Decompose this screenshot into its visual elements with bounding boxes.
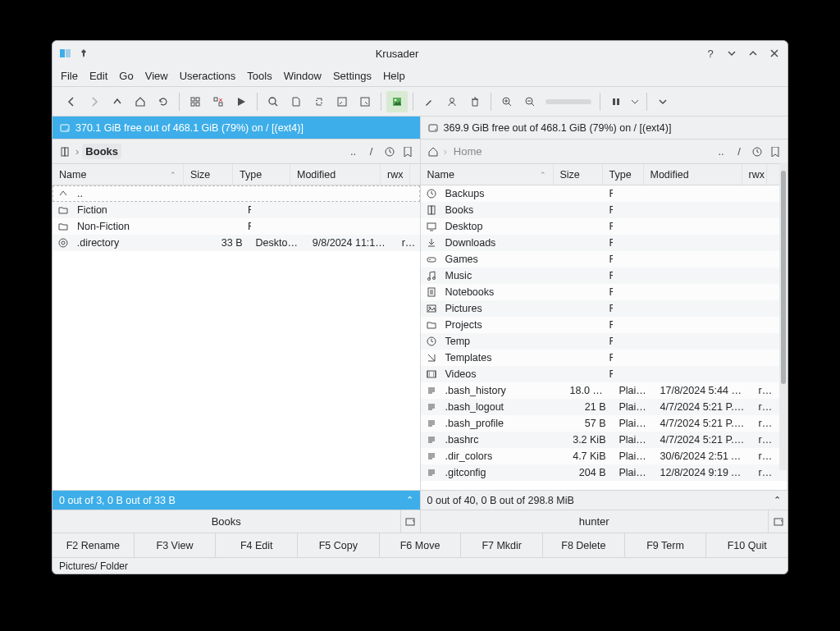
trash-icon[interactable] — [464, 91, 486, 112]
loc-dropdown-icon[interactable] — [400, 510, 420, 533]
hdr-name[interactable]: Name⌃ — [52, 164, 184, 185]
home-icon[interactable] — [130, 91, 151, 112]
forward-icon[interactable] — [84, 91, 105, 112]
text-icon — [421, 385, 439, 396]
hdr-name[interactable]: Name⌃ — [421, 164, 554, 185]
history-icon[interactable] — [750, 144, 765, 159]
dotdot-icon[interactable]: .. — [714, 144, 728, 159]
menu-tools[interactable]: Tools — [247, 70, 272, 82]
minimize-icon[interactable] — [725, 47, 738, 60]
right-file-list[interactable]: BackupsFolder10/8/2024 12:27 P. M.rwxBoo… — [421, 185, 788, 490]
right-disk-bar[interactable]: 369.9 GiB free out of 468.1 GiB (79%) on… — [421, 117, 788, 139]
book-icon[interactable] — [57, 144, 72, 159]
file-perm: rw- — [395, 237, 420, 249]
user-icon[interactable] — [441, 91, 463, 112]
loc-dropdown-icon[interactable] — [768, 510, 788, 533]
menu-file[interactable]: File — [61, 70, 78, 82]
right-panel: 369.9 GiB free out of 468.1 GiB (79%) on… — [420, 117, 788, 533]
hdr-size[interactable]: Size — [554, 164, 603, 185]
f5-copy[interactable]: F5 Copy — [298, 533, 380, 557]
dotdot-icon[interactable]: .. — [346, 144, 361, 159]
f8-delete[interactable]: F8 Delete — [543, 533, 625, 557]
help-icon[interactable]: ? — [704, 47, 717, 60]
file-row[interactable]: .bashrc3.2 KiBPlain t…4/7/2024 5:21 P. M… — [421, 432, 788, 448]
left-disk-bar[interactable]: 370.1 GiB free out of 468.1 GiB (79%) on… — [52, 117, 420, 139]
bookmark-icon[interactable] — [768, 144, 783, 159]
hdr-rwx[interactable]: rwx — [742, 164, 767, 185]
f9-term[interactable]: F9 Term — [625, 533, 707, 557]
chevron-up-icon[interactable]: ⌃ — [406, 495, 413, 505]
file-row[interactable]: VideosFolder12/8/2024 10:30 P. M.rwx — [421, 366, 788, 382]
f3-view[interactable]: F3 View — [135, 533, 217, 557]
file-row[interactable]: .directory33 BDesktop en…9/8/2024 11:16 … — [52, 235, 420, 251]
brush-icon[interactable] — [418, 91, 440, 112]
titlebar[interactable]: Krusader ? — [52, 41, 788, 66]
zoom-out-icon[interactable] — [519, 91, 541, 112]
file-row[interactable]: .bash_logout21 BPlain t…4/7/2024 5:21 P.… — [421, 399, 788, 415]
history-icon[interactable] — [382, 144, 397, 159]
unselect-icon[interactable] — [208, 91, 229, 112]
svg-rect-3 — [196, 98, 199, 101]
termright-icon[interactable] — [354, 91, 376, 112]
svg-rect-7 — [219, 103, 222, 106]
f6-move[interactable]: F6 Move — [380, 533, 462, 557]
sync-icon[interactable] — [308, 91, 330, 112]
menu-settings[interactable]: Settings — [333, 70, 372, 82]
zoom-in-icon[interactable] — [496, 91, 518, 112]
svg-point-27 — [435, 129, 436, 130]
overflow-icon[interactable] — [652, 91, 673, 112]
hdr-modified[interactable]: Modified — [290, 164, 381, 185]
menu-view[interactable]: View — [145, 70, 168, 82]
file-row[interactable]: .dir_colors4.7 KiBPlain t…30/6/2024 2:51… — [421, 448, 788, 464]
run-icon[interactable] — [231, 91, 252, 112]
menu-window[interactable]: Window — [284, 70, 322, 82]
file-row[interactable]: .bash_profile57 BPlain t…4/7/2024 5:21 P… — [421, 415, 788, 432]
zoom-slider[interactable] — [546, 99, 591, 104]
pause-icon[interactable] — [605, 91, 627, 112]
back-icon[interactable] — [61, 91, 82, 112]
file-name: .dir_colors — [439, 450, 564, 462]
file-row[interactable]: .bash_history18.0 KiBPlain t…17/8/2024 5… — [421, 382, 788, 399]
select-icon[interactable] — [185, 91, 206, 112]
f7-mkdir[interactable]: F7 Mkdir — [461, 533, 543, 557]
chevron-up-icon[interactable]: ⌃ — [774, 495, 781, 505]
hdr-modified[interactable]: Modified — [644, 164, 742, 185]
chevron-down-icon[interactable] — [628, 91, 641, 112]
f4-edit[interactable]: F4 Edit — [216, 533, 298, 557]
hdr-type[interactable]: Type — [233, 164, 290, 185]
left-disk-text: 370.1 GiB free out of 468.1 GiB (79%) on… — [75, 122, 304, 134]
bookmark-icon[interactable] — [400, 144, 415, 159]
file-name: Pictures — [439, 303, 564, 314]
pin-icon[interactable] — [77, 47, 90, 60]
hdr-type[interactable]: Type — [603, 164, 644, 185]
scrollbar-thumb[interactable] — [781, 171, 786, 384]
svg-point-35 — [432, 277, 435, 280]
edit-path-icon[interactable]: / — [364, 144, 379, 159]
home-icon[interactable] — [426, 144, 441, 159]
newfile-icon[interactable] — [285, 91, 307, 112]
menu-go[interactable]: Go — [119, 70, 133, 82]
menu-help[interactable]: Help — [383, 70, 405, 82]
maximize-icon[interactable] — [746, 47, 760, 60]
svg-point-12 — [395, 98, 397, 101]
svg-point-13 — [450, 98, 454, 102]
close-icon[interactable] — [768, 47, 781, 60]
up-icon[interactable] — [107, 91, 128, 112]
edit-path-icon[interactable]: / — [732, 144, 746, 159]
hdr-rwx[interactable]: rwx — [381, 164, 410, 185]
image-icon[interactable] — [386, 91, 408, 112]
up-icon — [52, 188, 71, 199]
search-icon[interactable] — [262, 91, 284, 112]
f10-quit[interactable]: F10 Quit — [706, 533, 788, 557]
f2-rename[interactable]: F2 Rename — [52, 533, 135, 557]
termleft-icon[interactable] — [331, 91, 353, 112]
left-file-list[interactable]: ..FictionFolder10/8/2024 5:04 P. M.rwxNo… — [52, 185, 420, 490]
file-row[interactable]: .gitconfig204 BPlain t…12/8/2024 9:19 A.… — [421, 464, 788, 481]
right-crumb[interactable]: Home — [450, 144, 486, 159]
left-crumb[interactable]: Books — [82, 144, 121, 159]
hdr-size[interactable]: Size — [184, 164, 233, 185]
menu-useractions[interactable]: Useractions — [180, 70, 236, 82]
refresh-icon[interactable] — [153, 91, 174, 112]
menu-edit[interactable]: Edit — [89, 70, 107, 82]
file-row[interactable]: Non-FictionFolder10/8/2024 5:05 P. M.rwx — [52, 218, 420, 235]
